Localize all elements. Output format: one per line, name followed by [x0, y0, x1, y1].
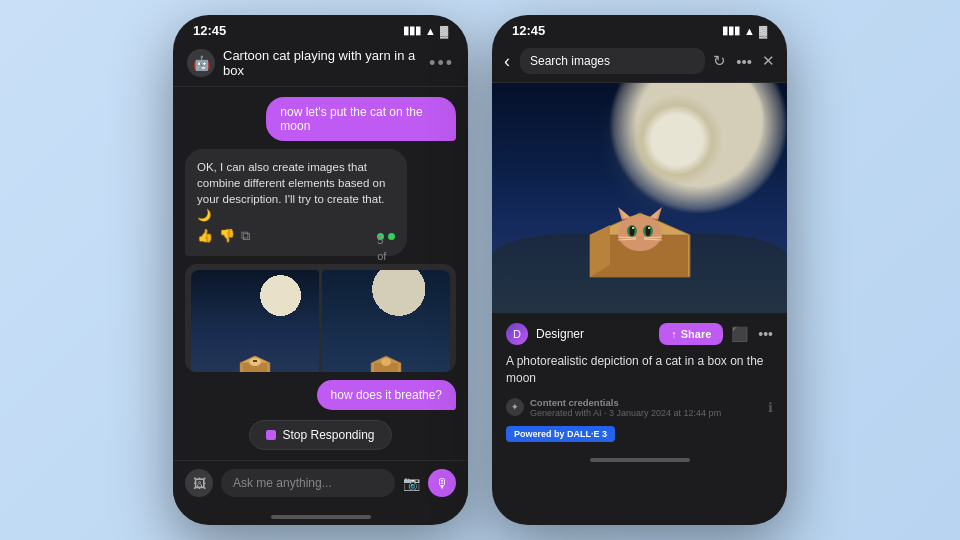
image-input-icon[interactable]: 🖼 [185, 469, 213, 497]
credentials-info-icon[interactable]: ℹ [768, 400, 773, 415]
status-bar-left: 12:45 ▮▮▮ ▲ ▓ [173, 15, 468, 42]
viewer-header-icons: ↻ ••• ✕ [713, 52, 775, 70]
status-bar-right: 12:45 ▮▮▮ ▲ ▓ [492, 15, 787, 42]
chat-title: Cartoon cat playing with yarn in a box [223, 48, 421, 78]
share-icon: ↑ [671, 328, 677, 340]
svg-point-4 [253, 360, 255, 362]
thumbs-down-icon[interactable]: 👎 [219, 227, 235, 245]
user-message-1: now let's put the cat on the moon [266, 97, 456, 141]
svg-point-8 [381, 358, 391, 366]
svg-point-30 [648, 227, 650, 229]
cat-box-svg-1 [235, 348, 275, 372]
chat-avatar: 🤖 [187, 49, 215, 77]
home-bar-right [590, 458, 690, 462]
save-icon[interactable]: ⬛ [731, 326, 748, 342]
home-indicator-right [492, 452, 787, 468]
battery-icon-r: ▓ [759, 25, 767, 37]
close-icon[interactable]: ✕ [762, 52, 775, 70]
signal-icon-r: ▮▮▮ [722, 24, 740, 37]
camera-icon[interactable]: 📷 [403, 475, 420, 491]
credentials-text: Content credentials Generated with AI · … [530, 397, 721, 418]
status-icons-right: ▮▮▮ ▲ ▓ [722, 24, 767, 37]
dall-e-badge-large: Powered by DALL·E 3 [506, 426, 615, 442]
chat-input-bar: 🖼 Ask me anything... 📷 🎙 [173, 460, 468, 509]
viewer-action-icons: ⬛ ••• [731, 326, 773, 342]
credentials-icon: ✦ [506, 398, 524, 416]
moon-glow [632, 95, 722, 185]
copy-icon[interactable]: ⧉ [241, 227, 250, 245]
chat-input-field[interactable]: Ask me anything... [221, 469, 395, 497]
chat-more-button[interactable]: ••• [429, 53, 454, 74]
designer-logo: D [506, 323, 528, 345]
ai-message-1: OK, I can also create images that combin… [185, 149, 407, 256]
back-button[interactable]: ‹ [504, 51, 512, 72]
search-input[interactable]: Search images [520, 48, 705, 74]
cat-box-main-svg [580, 195, 700, 285]
thumbs-up-icon[interactable]: 👍 [197, 227, 213, 245]
viewer-info-top: D Designer ↑ Share ⬛ ••• [506, 323, 773, 345]
left-phone: 12:45 ▮▮▮ ▲ ▓ 🤖 Cartoon cat playing with… [173, 15, 468, 525]
right-phone: 12:45 ▮▮▮ ▲ ▓ ‹ Search images ↻ ••• ✕ [492, 15, 787, 525]
designer-name: Designer [536, 327, 651, 341]
svg-point-5 [255, 360, 257, 362]
chat-header: 🤖 Cartoon cat playing with yarn in a box… [173, 42, 468, 87]
time-right: 12:45 [512, 23, 545, 38]
grid-image-1[interactable] [191, 270, 319, 372]
svg-point-29 [632, 227, 634, 229]
image-grid-container[interactable]: "A photorealistic depiction of a cat in … [185, 264, 456, 372]
chat-body: now let's put the cat on the moon OK, I … [173, 87, 468, 460]
cat-box-svg-2 [366, 348, 406, 372]
home-indicator-left [173, 509, 468, 525]
grid-image-2[interactable] [322, 270, 450, 372]
refresh-icon[interactable]: ↻ [713, 52, 726, 70]
more-actions-icon[interactable]: ••• [758, 326, 773, 342]
status-icons-left: ▮▮▮ ▲ ▓ [403, 24, 448, 37]
more-icon[interactable]: ••• [736, 53, 752, 70]
message-count: 5 of 30 [373, 229, 395, 244]
battery-icon: ▓ [440, 25, 448, 37]
main-image[interactable] [492, 83, 787, 313]
viewer-info: D Designer ↑ Share ⬛ ••• A photorealisti… [492, 313, 787, 452]
share-button[interactable]: ↑ Share [659, 323, 723, 345]
image-description: A photorealistic depiction of a cat in a… [506, 353, 773, 387]
svg-point-3 [249, 358, 261, 366]
home-bar [271, 515, 371, 519]
content-credentials-row: ✦ Content credentials Generated with AI … [506, 397, 773, 418]
feedback-icons: 👍 👎 ⧉ [197, 227, 250, 245]
bubble-meta: 👍 👎 ⧉ 5 of 30 [197, 227, 395, 245]
user-message-2: how does it breathe? [317, 380, 456, 410]
signal-icon: ▮▮▮ [403, 24, 421, 37]
wifi-icon: ▲ [425, 25, 436, 37]
time-left: 12:45 [193, 23, 226, 38]
online-dot [388, 233, 395, 240]
wifi-icon-r: ▲ [744, 25, 755, 37]
stop-icon [266, 430, 276, 440]
stop-responding-button[interactable]: Stop Responding [249, 420, 391, 450]
viewer-header: ‹ Search images ↻ ••• ✕ [492, 42, 787, 83]
image-grid [191, 270, 450, 372]
mic-button[interactable]: 🎙 [428, 469, 456, 497]
moon-scene-bg [492, 83, 787, 313]
svg-point-20 [618, 215, 662, 251]
